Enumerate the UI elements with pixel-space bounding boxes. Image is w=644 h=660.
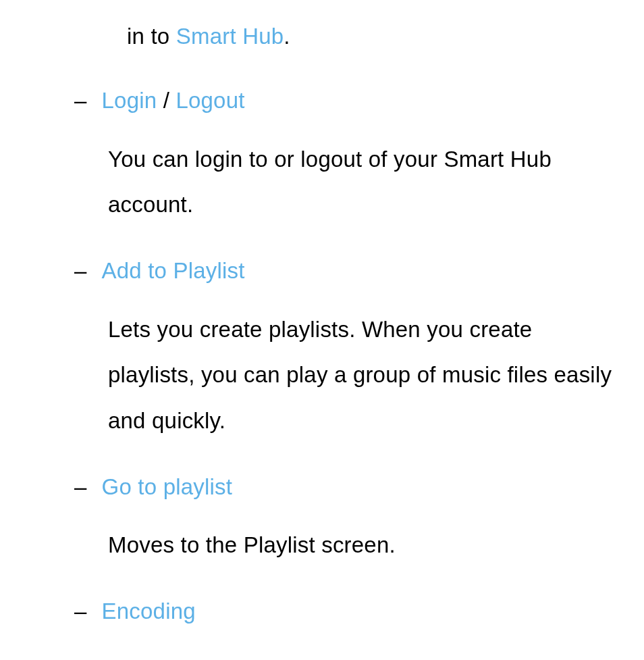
document-page: in to Smart Hub. – Login / Logout You ca… xyxy=(0,0,644,630)
term-logout: Logout xyxy=(176,88,244,113)
list-item: – Encoding xyxy=(20,594,624,630)
dash-icon: – xyxy=(74,594,87,630)
term-login: Login xyxy=(102,88,157,113)
item-header: – Encoding xyxy=(20,594,624,630)
item-header: – Go to playlist xyxy=(20,469,624,505)
item-description: Lets you create playlists. When you crea… xyxy=(20,307,624,444)
list-item: – Go to playlist Moves to the Playlist s… xyxy=(20,469,624,568)
term-add-to-playlist: Add to Playlist xyxy=(102,258,245,283)
item-title: Encoding xyxy=(102,594,196,630)
term-go-to-playlist: Go to playlist xyxy=(102,474,233,499)
item-header: – Login / Logout xyxy=(20,83,624,119)
fragment-suffix: . xyxy=(284,24,290,49)
item-description: Moves to the Playlist screen. xyxy=(20,522,624,568)
separator: / xyxy=(157,88,176,113)
list-item: – Add to Playlist Lets you create playli… xyxy=(20,253,624,444)
item-title: Login / Logout xyxy=(102,83,245,119)
term-encoding: Encoding xyxy=(102,599,196,624)
fragment-link: Smart Hub xyxy=(176,24,284,49)
fragment-prefix: in to xyxy=(127,24,176,49)
item-description: You can login to or logout of your Smart… xyxy=(20,136,624,228)
fragment-line: in to Smart Hub. xyxy=(20,19,624,55)
dash-icon: – xyxy=(74,469,87,505)
dash-icon: – xyxy=(74,253,87,289)
list-item: – Login / Logout You can login to or log… xyxy=(20,83,624,228)
item-title: Go to playlist xyxy=(102,469,233,505)
item-title: Add to Playlist xyxy=(102,253,245,289)
dash-icon: – xyxy=(74,83,87,119)
item-header: – Add to Playlist xyxy=(20,253,624,289)
